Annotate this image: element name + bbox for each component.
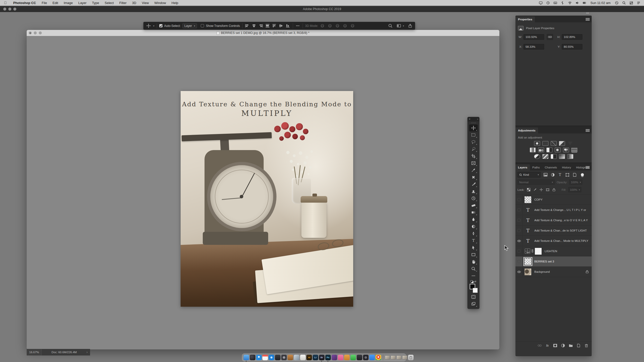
lock-transparency-icon[interactable]	[527, 188, 531, 192]
doc-close-button[interactable]	[29, 31, 32, 34]
vibrance-icon[interactable]	[567, 141, 573, 146]
adjustments-panel-menu-icon[interactable]	[586, 129, 590, 132]
layer-row-background[interactable]: Background	[515, 267, 592, 277]
layer-filter-toggle[interactable]	[581, 173, 584, 176]
type-layer-thumbnail[interactable]: T	[524, 207, 532, 213]
layer-row-lighten[interactable]: LIGHTEN	[515, 246, 592, 256]
color-lookup-icon[interactable]	[571, 148, 577, 152]
auto-select-checkbox[interactable]	[159, 24, 163, 27]
dock-app-store[interactable]	[269, 355, 274, 360]
ellipsis-icon[interactable]	[295, 23, 300, 28]
workspace-chevron-icon[interactable]: ▾	[403, 25, 404, 27]
align-left-edges-icon[interactable]	[245, 23, 250, 28]
lasso-tool[interactable]	[469, 139, 478, 146]
quick-mask-mode-button[interactable]	[469, 293, 478, 300]
background-color-swatch[interactable]	[473, 288, 478, 293]
notification-center-icon[interactable]	[636, 1, 640, 5]
trash-icon[interactable]	[584, 343, 589, 347]
properties-panel-menu-icon[interactable]	[586, 18, 590, 21]
layer-visibility-empty[interactable]	[515, 195, 523, 205]
color-balance-icon[interactable]	[538, 148, 544, 152]
zoom-tool[interactable]	[469, 265, 478, 272]
align-right-edges-icon[interactable]	[258, 23, 263, 28]
menu-type[interactable]: Type	[89, 1, 102, 5]
eyedropper-tool[interactable]	[469, 167, 478, 174]
zoom-level-field[interactable]: 16.67%	[27, 349, 42, 355]
lock-artboard-icon[interactable]	[546, 188, 550, 192]
menu-layer[interactable]: Layer	[75, 1, 89, 5]
align-vertical-centers-icon[interactable]	[279, 23, 284, 28]
layer-row-add-texture-chan-de-to-soft-light[interactable]: TAdd Texture & Chan...de to SOFT LIGHT	[515, 225, 592, 236]
layer-row-copy[interactable]: COPY	[515, 195, 592, 205]
menu-view[interactable]: View	[139, 1, 152, 5]
layer-name[interactable]: Background	[534, 270, 550, 273]
layers-panel-menu-icon[interactable]	[586, 166, 590, 169]
time-machine-icon[interactable]	[546, 1, 550, 5]
frame-tool[interactable]	[469, 160, 478, 167]
dodge-tool[interactable]	[469, 223, 478, 230]
align-top-edges-icon[interactable]	[272, 23, 277, 28]
hue-saturation-icon[interactable]	[530, 148, 536, 152]
adjustment-icon[interactable]	[561, 343, 565, 347]
menu-file[interactable]: File	[39, 1, 50, 5]
layer-name[interactable]: Add Texture & Chan... Mode to MULTIPLY	[534, 239, 588, 242]
distribute-horizontal-icon[interactable]	[265, 23, 270, 28]
dock-illustrator[interactable]: Ai	[306, 355, 312, 360]
dock-trash[interactable]	[408, 355, 414, 360]
quick-selection-tool[interactable]	[469, 146, 478, 153]
workspace-icon[interactable]	[396, 23, 401, 28]
new-layer-icon[interactable]	[576, 343, 581, 347]
clone-stamp-tool[interactable]	[469, 188, 478, 195]
dock-downloads-folder[interactable]	[344, 355, 350, 360]
selective-color-icon[interactable]	[567, 154, 573, 159]
exposure-icon[interactable]	[559, 141, 565, 146]
layer-visibility-empty[interactable]	[515, 215, 523, 225]
swap-colors-icon[interactable]: ⇄	[474, 280, 476, 283]
dock-f-app[interactable]	[275, 355, 280, 360]
document-titlebar[interactable]: BERRIES set 1 DEMO.jpg @ 16.7% (BERRIES …	[27, 30, 499, 36]
width-field[interactable]: 103.93%	[524, 34, 544, 40]
tools-expand-icon[interactable]: »	[477, 118, 478, 120]
dock-lightroom[interactable]: Lr	[313, 355, 318, 360]
filter-pixel-layers-icon[interactable]	[543, 172, 548, 177]
layer-row-berries-set-3[interactable]: BERRIES set 3	[515, 256, 592, 267]
dock-pages-app[interactable]	[300, 355, 306, 360]
layer-row-add-texture-chang-e-to-o-v-e-r-l-a-y[interactable]: TAdd Texture & Chang...e to O V E R L A …	[515, 215, 592, 225]
fill-field[interactable]: 100%▾	[568, 187, 581, 192]
tab-properties[interactable]: Properties	[515, 16, 535, 22]
layer-name[interactable]: LIGHTEN	[545, 250, 557, 253]
search-icon[interactable]	[388, 23, 393, 28]
filter-smart-objects-icon[interactable]	[572, 172, 577, 177]
doc-minimize-button[interactable]	[34, 31, 37, 34]
threshold-icon[interactable]	[551, 154, 557, 159]
photo-filter-icon[interactable]	[555, 148, 561, 152]
dock-calendar[interactable]	[262, 355, 268, 360]
dock-media-player[interactable]	[332, 355, 337, 360]
menu-3d[interactable]: 3D	[129, 1, 139, 5]
dock-finder[interactable]	[244, 355, 249, 360]
blend-mode-dropdown[interactable]: Normal▾	[517, 179, 555, 185]
rectangle-tool[interactable]	[469, 251, 478, 258]
menu-filter[interactable]: Filter	[116, 1, 129, 5]
layer-name[interactable]: BERRIES set 3	[534, 260, 554, 263]
menu-image[interactable]: Image	[61, 1, 75, 5]
height-field[interactable]: 102.89%	[562, 34, 582, 40]
type-tool[interactable]: T	[469, 237, 478, 244]
layer-thumbnail[interactable]	[524, 196, 532, 203]
layer-visibility-eye-icon[interactable]	[515, 236, 523, 246]
layer-name[interactable]: Add Texture & Chan...de to SOFT LIGHT	[534, 229, 587, 232]
lock-all-icon[interactable]	[552, 188, 556, 192]
tools-palette-header[interactable]: ✕ »	[467, 117, 479, 121]
filter-type-layers-icon[interactable]: T	[557, 172, 562, 177]
filter-shape-layers-icon[interactable]	[565, 172, 570, 177]
type-layer-thumbnail[interactable]: T	[524, 217, 532, 223]
color-swatches[interactable]	[469, 284, 478, 293]
edit-toolbar-tool[interactable]	[469, 272, 478, 279]
dock-photoshop[interactable]: Ps	[325, 355, 331, 360]
default-swap-colors[interactable]: ⇄	[467, 279, 479, 283]
show-transform-checkbox[interactable]	[201, 24, 204, 27]
lock-pixels-icon[interactable]	[533, 188, 537, 192]
dock-camera-app[interactable]	[363, 355, 369, 360]
x-field[interactable]: 58.33%	[524, 44, 544, 50]
invert-icon[interactable]	[534, 154, 540, 159]
